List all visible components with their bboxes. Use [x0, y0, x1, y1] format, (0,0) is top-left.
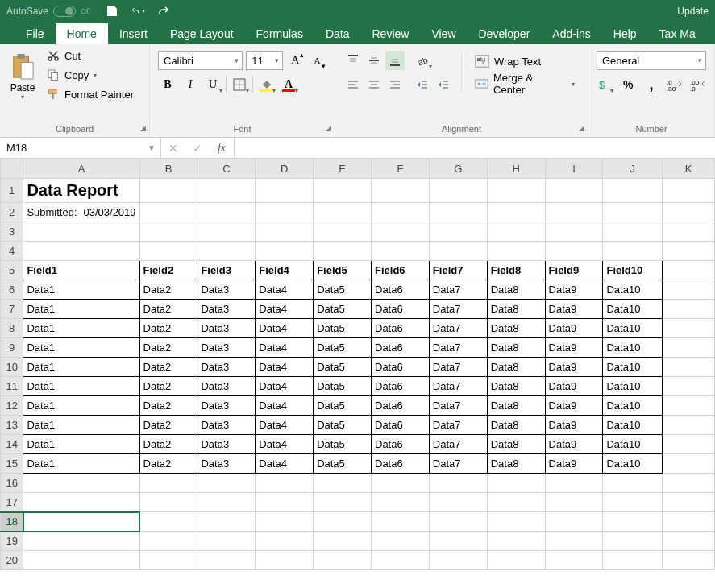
cell[interactable]: Data6: [372, 300, 430, 319]
cell[interactable]: Data7: [429, 338, 487, 358]
redo-icon[interactable]: [156, 4, 171, 19]
row-header[interactable]: 17: [1, 493, 23, 512]
column-header[interactable]: D: [256, 159, 314, 179]
column-header[interactable]: K: [663, 159, 715, 179]
column-header[interactable]: E: [314, 159, 372, 179]
tab-tax-ma[interactable]: Tax Ma: [648, 23, 707, 44]
select-all-corner[interactable]: [1, 159, 23, 179]
column-header[interactable]: B: [139, 159, 197, 179]
cell[interactable]: Data4: [256, 338, 314, 358]
cell[interactable]: [545, 532, 603, 551]
formula-enter-icon[interactable]: ✓: [185, 138, 210, 158]
cell[interactable]: Data1: [23, 396, 139, 416]
tab-help[interactable]: Help: [602, 23, 648, 44]
cell[interactable]: [314, 551, 372, 570]
name-box[interactable]: M18▼: [0, 138, 161, 158]
formula-input[interactable]: [235, 138, 715, 158]
cell[interactable]: Data5: [314, 435, 372, 454]
cell[interactable]: Data3: [197, 280, 256, 300]
row-header[interactable]: 20: [1, 551, 23, 570]
autosave-toggle[interactable]: AutoSave Off: [6, 6, 90, 17]
cell[interactable]: [487, 551, 545, 570]
cell[interactable]: [372, 532, 430, 551]
cell[interactable]: [372, 222, 430, 242]
cell[interactable]: Data2: [139, 396, 197, 416]
tab-file[interactable]: File: [15, 23, 56, 44]
cell[interactable]: [139, 203, 197, 222]
cell[interactable]: Data8: [487, 300, 545, 319]
column-header[interactable]: C: [197, 159, 256, 179]
cell[interactable]: [603, 203, 663, 222]
cell[interactable]: [545, 242, 603, 261]
align-top-icon[interactable]: [343, 51, 363, 70]
cell[interactable]: Data1: [23, 454, 139, 474]
cell[interactable]: [663, 377, 715, 396]
cell[interactable]: Data6: [372, 396, 430, 416]
cell[interactable]: Data2: [139, 358, 197, 377]
cell[interactable]: [23, 493, 139, 512]
insert-function-icon[interactable]: fx: [210, 138, 234, 158]
row-header[interactable]: 5: [1, 261, 23, 280]
format-painter-button[interactable]: Format Painter: [45, 86, 135, 102]
cell[interactable]: [429, 203, 487, 222]
cell[interactable]: [256, 551, 314, 570]
cell[interactable]: Data2: [139, 416, 197, 435]
cell[interactable]: [372, 512, 430, 532]
cell[interactable]: Data4: [256, 280, 314, 300]
cell[interactable]: Data8: [487, 280, 545, 300]
cell[interactable]: Data10: [603, 300, 663, 319]
cell[interactable]: Data3: [197, 435, 256, 454]
cell[interactable]: Data5: [314, 338, 372, 358]
cell[interactable]: Data7: [429, 300, 487, 319]
cell[interactable]: [197, 222, 256, 242]
cell[interactable]: Field3: [197, 261, 256, 280]
row-header[interactable]: 6: [1, 280, 23, 300]
row-header[interactable]: 7: [1, 300, 23, 319]
tab-insert[interactable]: Insert: [108, 23, 159, 44]
cell[interactable]: Data8: [487, 319, 545, 338]
tab-page-layout[interactable]: Page Layout: [159, 23, 245, 44]
cell[interactable]: [663, 203, 715, 222]
cell[interactable]: Data1: [23, 319, 139, 338]
cell[interactable]: Data3: [197, 338, 256, 358]
cell[interactable]: Data5: [314, 454, 372, 474]
cell[interactable]: [429, 222, 487, 242]
cell[interactable]: [23, 512, 139, 532]
row-header[interactable]: 14: [1, 435, 23, 454]
cell[interactable]: [372, 474, 430, 493]
cell[interactable]: Data5: [314, 280, 372, 300]
cell[interactable]: [372, 551, 430, 570]
increase-decimal-icon[interactable]: .0.00: [666, 75, 683, 94]
cell[interactable]: [372, 493, 430, 512]
cell[interactable]: Data6: [372, 358, 430, 377]
cell[interactable]: Data10: [603, 454, 663, 474]
cell[interactable]: Data1: [23, 358, 139, 377]
formula-cancel-icon[interactable]: ✕: [161, 138, 185, 158]
cell[interactable]: Data4: [256, 300, 314, 319]
cell[interactable]: Data7: [429, 454, 487, 474]
cell[interactable]: [23, 222, 139, 242]
copy-button[interactable]: Copy ▾: [45, 67, 135, 83]
spreadsheet-grid[interactable]: ABCDEFGHIJK1Data Report2Submitted:- 03/0…: [0, 159, 715, 570]
cell[interactable]: [314, 222, 372, 242]
cell[interactable]: [429, 179, 487, 203]
cell[interactable]: [314, 242, 372, 261]
row-header[interactable]: 18: [1, 512, 23, 532]
row-header[interactable]: 19: [1, 532, 23, 551]
cell[interactable]: Data4: [256, 377, 314, 396]
cell[interactable]: [663, 551, 715, 570]
wrap-text-button[interactable]: ab Wrap Text: [470, 51, 580, 72]
percent-button[interactable]: %: [620, 75, 637, 94]
cell[interactable]: [663, 338, 715, 358]
undo-icon[interactable]: ▾: [131, 4, 145, 19]
cell[interactable]: [429, 551, 487, 570]
cell[interactable]: [487, 179, 545, 203]
cell[interactable]: [663, 493, 715, 512]
font-color-button[interactable]: A: [279, 75, 298, 94]
cell[interactable]: [663, 242, 715, 261]
cell[interactable]: [663, 319, 715, 338]
column-header[interactable]: A: [23, 159, 139, 179]
paste-button[interactable]: Paste ▾: [5, 48, 40, 106]
save-icon[interactable]: [105, 4, 119, 19]
dialog-launcher-icon[interactable]: ◢: [140, 124, 146, 132]
